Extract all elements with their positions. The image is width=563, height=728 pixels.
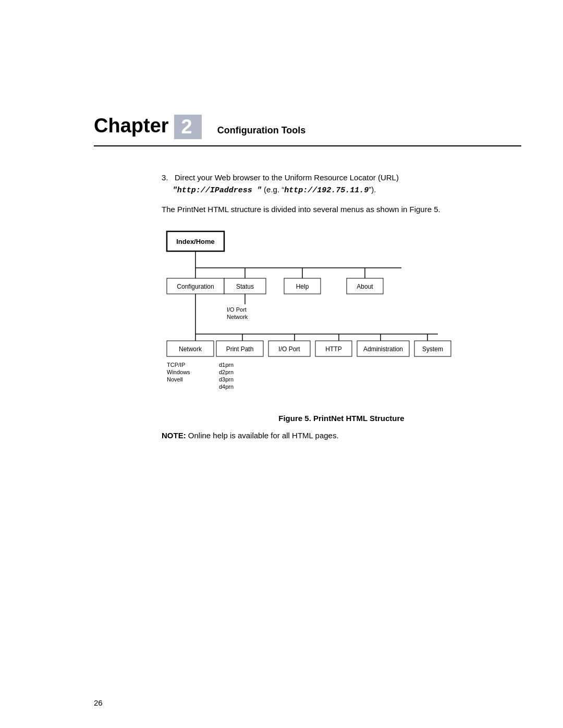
page-number: 26 — [94, 698, 103, 707]
svg-text:Novell: Novell — [167, 376, 183, 382]
note-text: Online help is available for all HTML pa… — [186, 431, 339, 440]
svg-text:About: About — [357, 283, 373, 290]
note-label: NOTE: — [162, 431, 186, 440]
figure-caption: Figure 5. PrintNet HTML Structure — [162, 414, 521, 423]
svg-text:TCP/IP: TCP/IP — [167, 362, 185, 368]
step3-url-template: "http://IPaddress " — [173, 186, 262, 195]
svg-text:Help: Help — [296, 283, 309, 290]
chapter-rule — [94, 145, 521, 146]
svg-text:Configuration: Configuration — [177, 283, 214, 290]
chapter-word: Chapter — [94, 115, 169, 139]
svg-text:Network: Network — [179, 346, 202, 353]
content-area: 3. Direct your Web browser to the Unifor… — [162, 172, 521, 452]
svg-text:I/O Port: I/O Port — [278, 346, 300, 353]
svg-text:Network: Network — [227, 314, 248, 320]
svg-text:Print Path: Print Path — [226, 346, 254, 353]
step3-para: 3. Direct your Web browser to the Unifor… — [162, 172, 521, 196]
chapter-header: Chapter 2 Configuration Tools — [94, 115, 521, 162]
svg-text:Index/Home: Index/Home — [176, 238, 215, 245]
note-para: NOTE: Online help is available for all H… — [162, 430, 521, 442]
step3-text-after: (e.g. “ — [264, 185, 284, 194]
step3-number: 3. — [162, 173, 168, 182]
figure-caption-text: Figure 5. PrintNet HTML Structure — [278, 414, 404, 423]
svg-text:Status: Status — [236, 283, 254, 290]
step3-url-example: http://192.75.11.9 — [284, 186, 369, 195]
chapter-subtitle: Configuration Tools — [217, 115, 306, 139]
intro-para: The PrintNet HTML structure is divided i… — [162, 204, 521, 216]
diagram-container: Index/Home Configuration — [162, 227, 464, 404]
svg-text:System: System — [422, 346, 443, 353]
svg-text:d1prn: d1prn — [219, 362, 234, 368]
svg-text:d2prn: d2prn — [219, 369, 234, 375]
step3-text-before: Direct your Web browser to the Uniform R… — [175, 173, 399, 182]
chapter-title-row: Chapter 2 Configuration Tools — [94, 115, 521, 139]
svg-text:d4prn: d4prn — [219, 384, 234, 390]
svg-text:HTTP: HTTP — [325, 346, 341, 353]
diagram-svg: Index/Home Configuration — [162, 227, 464, 404]
page: Chapter 2 Configuration Tools 3. Direct … — [0, 0, 563, 728]
chapter-number: 2 — [174, 115, 202, 139]
svg-text:Administration: Administration — [363, 346, 403, 353]
svg-text:Windows: Windows — [167, 369, 190, 375]
step3-text-end: ”). — [369, 185, 376, 194]
svg-text:I/O Port: I/O Port — [227, 306, 247, 313]
svg-text:d3prn: d3prn — [219, 376, 234, 382]
